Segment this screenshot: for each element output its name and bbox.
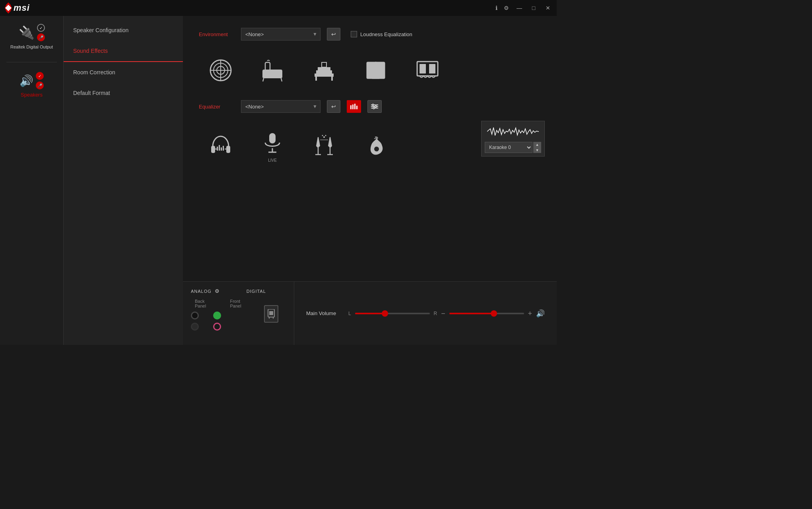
svg-rect-19 [429, 64, 435, 74]
env-icon-small-room[interactable] [362, 56, 390, 84]
volume-fill [355, 313, 385, 314]
party-icon [310, 132, 338, 160]
env-icon-arena[interactable] [310, 56, 338, 84]
volume-plus-button[interactable]: + [528, 310, 532, 317]
svg-rect-10 [316, 70, 332, 74]
effect-icon-guitar[interactable] [362, 132, 390, 160]
environment-row: Environment <None> ▼ ↩ Loudness Equaliza… [199, 28, 541, 41]
equalizer-reset-button[interactable]: ↩ [327, 100, 340, 113]
environment-select[interactable]: <None> [241, 28, 321, 41]
mic-badge-1: 🎤 [37, 33, 45, 41]
loudness-row: Loudness Equalization [351, 31, 412, 37]
guitar-icon [362, 132, 390, 160]
svg-point-48 [325, 135, 326, 136]
svg-rect-23 [356, 106, 357, 109]
info-icon[interactable]: ℹ [495, 5, 497, 11]
connector-groups [191, 312, 250, 331]
arena-icon [310, 56, 338, 84]
front-connector-1[interactable] [213, 312, 221, 319]
volume-slider[interactable] [355, 310, 430, 317]
environment-reset-button[interactable]: ↩ [327, 28, 340, 41]
env-icon-theater[interactable] [414, 56, 441, 84]
digital-connector[interactable] [264, 305, 278, 323]
settings-icon[interactable]: ⚙ [504, 5, 509, 11]
volume-fill-2 [449, 313, 494, 314]
analog-gear-icon[interactable]: ⚙ [215, 288, 220, 294]
bathroom-icon [258, 56, 286, 84]
svg-rect-9 [315, 74, 334, 77]
volume-track-2 [449, 313, 524, 314]
microphone-icon [258, 129, 286, 157]
equalizer-settings-button[interactable] [367, 100, 382, 113]
svg-rect-20 [350, 105, 352, 109]
device-speakers[interactable]: 🔊 ✓ 🎤 Speakers [19, 72, 44, 98]
volume-track [355, 313, 430, 314]
equalizer-label: Equalizer [199, 104, 235, 110]
back-panel-label: Back Panel [195, 299, 214, 308]
svg-line-8 [281, 78, 282, 81]
equalizer-active-button[interactable] [347, 100, 361, 113]
effect-icon-headphones[interactable] [207, 132, 235, 160]
svg-rect-6 [265, 62, 270, 70]
volume-slider-2[interactable] [449, 310, 524, 317]
panel-labels: Back Panel Front Panel [191, 299, 250, 308]
svg-rect-36 [221, 147, 222, 151]
nav-item-sound-effects[interactable]: Sound Effects [64, 41, 183, 62]
back-connector-1[interactable] [191, 312, 199, 319]
check-badge-2: ✓ [36, 72, 44, 80]
nav-item-room-correction[interactable]: Room Correction [64, 62, 183, 83]
back-connector-2[interactable] [191, 323, 199, 331]
svg-rect-31 [226, 146, 230, 153]
svg-rect-18 [420, 64, 426, 74]
front-panel-connectors [213, 312, 221, 331]
nav-item-speaker-config[interactable]: Speaker Configuration [64, 20, 183, 41]
environment-label: Environment [199, 31, 235, 37]
equalizer-select-wrapper[interactable]: <None> ▼ [241, 100, 321, 113]
environment-icons-grid [199, 56, 541, 84]
svg-rect-13 [331, 77, 333, 81]
karaoke-panel: Karaoke 0 ▲ ▼ [481, 121, 545, 157]
device-realtek-digital[interactable]: 🔌 ✓ 🎤 Realtek Digital Output [10, 24, 53, 49]
speaker-icons-row: 🔊 ✓ 🎤 [19, 72, 44, 89]
svg-point-28 [375, 106, 377, 107]
close-button[interactable]: ✕ [544, 4, 552, 12]
bottom-bar: ANALOG ⚙ DIGITAL Back Panel Front Panel [183, 281, 557, 345]
environment-select-wrapper[interactable]: <None> ▼ [241, 28, 321, 41]
analog-header: ANALOG ⚙ DIGITAL [191, 288, 286, 294]
volume-minus-button[interactable]: − [441, 310, 445, 317]
volume-thumb-2[interactable] [491, 310, 497, 317]
maximize-button[interactable]: □ [530, 4, 538, 12]
loudness-checkbox[interactable] [351, 31, 357, 37]
device-realtek-digital-label: Realtek Digital Output [10, 45, 53, 49]
karaoke-select-row[interactable]: Karaoke 0 ▲ ▼ [485, 142, 541, 153]
minimize-button[interactable]: — [515, 4, 523, 12]
karaoke-down-button[interactable]: ▼ [533, 147, 541, 153]
svg-rect-5 [262, 70, 282, 78]
nav-item-default-format[interactable]: Default Format [64, 83, 183, 103]
volume-right-label: R [434, 311, 437, 316]
check-badge-1: ✓ [37, 24, 45, 32]
svg-line-51 [374, 138, 378, 139]
equalizer-select[interactable]: <None> [241, 100, 321, 113]
main-content: Environment <None> ▼ ↩ Loudness Equaliza… [183, 16, 557, 345]
volume-thumb[interactable] [382, 310, 388, 317]
digital-section [256, 299, 286, 329]
live-label: LIVE [268, 158, 277, 163]
volume-left-label: L [348, 311, 351, 316]
karaoke-waveform [485, 124, 541, 139]
effect-icon-live[interactable]: LIVE [258, 129, 286, 163]
app-body: 🔌 ✓ 🎤 Realtek Digital Output 🔊 ✓ 🎤 Speak… [0, 16, 557, 345]
svg-point-29 [373, 107, 375, 109]
analog-section: ANALOG ⚙ DIGITAL Back Panel Front Panel [183, 282, 294, 345]
volume-row: L R − + [348, 309, 545, 318]
karaoke-select[interactable]: Karaoke 0 [485, 142, 532, 153]
karaoke-up-button[interactable]: ▲ [533, 142, 541, 147]
svg-point-47 [322, 135, 323, 136]
svg-rect-14 [322, 62, 326, 67]
env-icon-bathroom[interactable] [258, 56, 286, 84]
main-volume-label: Main Volume [306, 310, 342, 316]
equalizer-row: Equalizer <None> ▼ ↩ [199, 100, 541, 113]
front-connector-2[interactable] [213, 323, 221, 331]
env-icon-stone-room[interactable] [207, 56, 235, 84]
effect-icon-party[interactable] [310, 132, 338, 160]
